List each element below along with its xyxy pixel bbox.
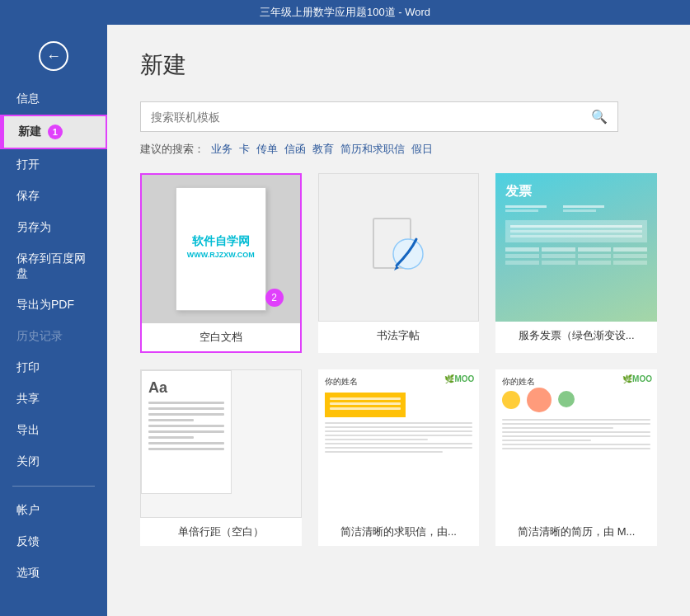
- template-resume1-label: 简洁清晰的求职信，由...: [340, 518, 457, 546]
- suggestion-tag-2[interactable]: 传单: [256, 142, 278, 157]
- sidebar-item-feedback[interactable]: 反馈: [0, 526, 107, 557]
- sidebar: ← 信息 新建 1 打开 保存 另存为 保存到百度网盘 导出为PDF 历史记录 …: [0, 25, 107, 616]
- suggestion-tag-6[interactable]: 假日: [411, 142, 433, 157]
- sidebar-item-share[interactable]: 共享: [0, 383, 107, 415]
- single-space-line: [148, 442, 224, 444]
- new-badge: 1: [48, 125, 63, 139]
- template-blank-thumb: 软件自学网 WWW.RJZXW.COM 2: [142, 175, 300, 323]
- sidebar-divider: [12, 486, 95, 487]
- template-grid: 软件自学网 WWW.RJZXW.COM 2 空白文档: [140, 173, 657, 546]
- blank-doc-badge: 2: [265, 289, 284, 307]
- suggestions-label: 建议的搜索：: [140, 142, 204, 157]
- template-resume2-label: 简洁清晰的简历，由 M...: [518, 518, 635, 546]
- sidebar-item-close[interactable]: 关闭: [0, 446, 107, 477]
- single-space-line: [148, 419, 194, 421]
- sidebar-item-account[interactable]: 帐户: [0, 495, 107, 526]
- template-single-space-thumb: Aa: [140, 369, 302, 518]
- title-text: 三年级上册数学应用题100道 - Word: [260, 5, 430, 20]
- search-bar[interactable]: 🔍: [140, 101, 618, 132]
- main-layout: ← 信息 新建 1 打开 保存 另存为 保存到百度网盘 导出为PDF 历史记录 …: [0, 25, 690, 616]
- suggestion-tag-0[interactable]: 业务: [211, 142, 232, 157]
- template-resume2-thumb: 🌿MOO 你的姓名: [495, 369, 657, 518]
- search-input[interactable]: [141, 104, 581, 130]
- page-title: 新建: [140, 49, 657, 81]
- single-space-line: [148, 402, 224, 404]
- template-invoice-label: 服务发票（绿色渐变设...: [519, 322, 635, 350]
- suggestions-row: 建议的搜索： 业务 卡 传单 信函 教育 简历和求职信 假日: [140, 142, 657, 157]
- calligraphy-icon: [365, 214, 431, 280]
- template-calligraphy-label: 书法字帖: [377, 322, 420, 350]
- suggestion-tag-3[interactable]: 信函: [284, 142, 306, 157]
- back-button[interactable]: ←: [39, 41, 68, 71]
- template-resume2[interactable]: 🌿MOO 你的姓名: [495, 369, 657, 546]
- sidebar-item-info[interactable]: 信息: [0, 83, 107, 115]
- sidebar-item-exportpdf[interactable]: 导出为PDF: [0, 289, 107, 321]
- template-calligraphy-thumb: [318, 173, 480, 322]
- sidebar-item-options[interactable]: 选项: [0, 557, 107, 589]
- template-single-space[interactable]: Aa 单倍行距（空白）: [140, 369, 302, 546]
- sidebar-item-save[interactable]: 保存: [0, 181, 107, 212]
- single-space-aa: Aa: [148, 379, 224, 397]
- watermark-text: 软件自学网 WWW.RJZXW.COM: [187, 233, 255, 260]
- single-space-line: [148, 430, 224, 433]
- sidebar-item-savebaidu[interactable]: 保存到百度网盘: [0, 243, 107, 289]
- sidebar-item-export[interactable]: 导出: [0, 415, 107, 446]
- template-resume1[interactable]: 🌿MOO 你的姓名: [318, 369, 480, 546]
- suggestion-tag-4[interactable]: 教育: [312, 142, 334, 157]
- resume1-preview: 🌿MOO 你的姓名: [318, 369, 480, 518]
- title-bar: 三年级上册数学应用题100道 - Word: [0, 0, 690, 25]
- sidebar-item-saveas[interactable]: 另存为: [0, 212, 107, 243]
- blank-doc-preview: 软件自学网 WWW.RJZXW.COM: [176, 187, 266, 311]
- single-space-line: [148, 448, 224, 450]
- template-invoice[interactable]: 发票: [495, 173, 657, 353]
- template-invoice-thumb: 发票: [495, 173, 657, 322]
- single-space-line: [148, 436, 194, 439]
- sidebar-item-print[interactable]: 打印: [0, 352, 107, 383]
- sidebar-item-history: 历史记录: [0, 321, 107, 352]
- moo-badge-1: 🌿MOO: [444, 374, 474, 383]
- single-space-line: [148, 425, 224, 427]
- moo-badge-2: 🌿MOO: [622, 374, 652, 383]
- suggestion-tag-1[interactable]: 卡: [239, 142, 250, 157]
- template-calligraphy[interactable]: 书法字帖: [318, 173, 480, 353]
- search-icon[interactable]: 🔍: [581, 102, 617, 131]
- suggestion-tag-5[interactable]: 简历和求职信: [340, 142, 405, 157]
- template-resume1-thumb: 🌿MOO 你的姓名: [318, 369, 480, 518]
- single-space-line: [148, 413, 224, 416]
- template-blank-label: 空白文档: [199, 323, 242, 351]
- single-space-line: [148, 407, 224, 410]
- resume1-box: [325, 393, 406, 417]
- sidebar-item-open[interactable]: 打开: [0, 149, 107, 181]
- sidebar-back[interactable]: ←: [0, 33, 107, 83]
- sidebar-item-new[interactable]: 新建 1: [0, 115, 107, 149]
- content-area: 新建 🔍 建议的搜索： 业务 卡 传单 信函 教育 简历和求职信 假日: [107, 25, 690, 616]
- single-space-preview: Aa: [141, 370, 232, 494]
- template-single-space-label: 单倍行距（空白）: [178, 518, 264, 546]
- resume2-content: [502, 419, 650, 449]
- resume1-content: [325, 422, 473, 453]
- template-blank[interactable]: 软件自学网 WWW.RJZXW.COM 2 空白文档: [140, 173, 302, 353]
- resume2-preview: 🌿MOO 你的姓名: [495, 369, 657, 518]
